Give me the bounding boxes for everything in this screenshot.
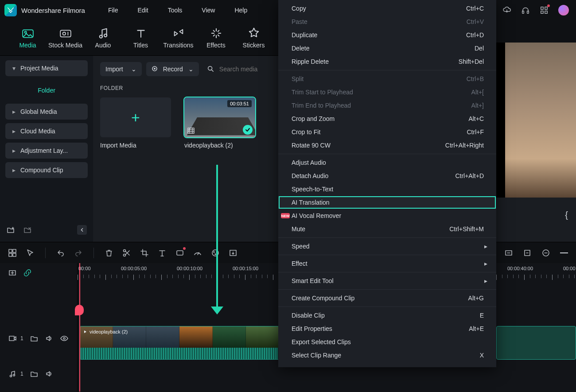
menu-view[interactable]: View	[192, 4, 225, 16]
ctx-paste[interactable]: PasteCtrl+V	[278, 15, 496, 28]
ctx-ai-vocal-remover[interactable]: NEWAI Vocal Remover	[278, 209, 496, 222]
ctx-mute[interactable]: MuteCtrl+Shift+M	[278, 222, 496, 236]
ctx-create-compound-clip[interactable]: Create Compound ClipAlt+G	[278, 291, 496, 305]
apps-grid-icon[interactable]	[540, 6, 549, 15]
ctx-item-label: Detach Audio	[292, 172, 328, 179]
text-icon[interactable]	[158, 248, 167, 257]
ctx-edit-properties[interactable]: Edit PropertiesAlt+E	[278, 322, 496, 335]
ctx-crop-to-fit[interactable]: Crop to FitCtrl+F	[278, 125, 496, 139]
tab-transitions[interactable]: Transitions	[160, 27, 197, 49]
sidebar-item-global-media[interactable]: ▸Global Media	[5, 104, 88, 120]
ctx-ripple-delete[interactable]: Ripple DeleteShift+Del	[278, 55, 496, 68]
sidebar-item-adjustment-layer[interactable]: ▸Adjustment Lay...	[5, 143, 88, 159]
redo-icon[interactable]	[74, 248, 83, 257]
add-track-icon[interactable]	[8, 268, 17, 277]
menu-help[interactable]: Help	[225, 4, 257, 16]
marker-icon[interactable]	[523, 248, 532, 257]
ctx-effect[interactable]: Effect▸	[278, 257, 496, 270]
ctx-trim-start-to-playhead[interactable]: Trim Start to PlayheadAlt+[	[278, 85, 496, 99]
check-icon	[243, 125, 253, 135]
ctx-trim-end-to-playhead[interactable]: Trim End to PlayheadAlt+]	[278, 99, 496, 112]
ctx-delete[interactable]: DeleteDel	[278, 42, 496, 55]
folder-heading[interactable]: Folder	[5, 82, 88, 98]
ctx-item-label: Create Compound Clip	[292, 295, 354, 302]
svg-point-10	[99, 35, 102, 38]
ctx-detach-audio[interactable]: Detach AudioCtrl+Alt+D	[278, 169, 496, 182]
ctx-rotate-90-cw[interactable]: Rotate 90 CWCtrl+Alt+Right	[278, 139, 496, 152]
new-folder-icon[interactable]	[6, 225, 15, 234]
menu-file[interactable]: File	[98, 4, 128, 16]
ctx-speech-to-text[interactable]: Speech-to-Text	[278, 182, 496, 196]
zoom-out-icon[interactable]	[541, 248, 550, 257]
ctx-item-label: Split	[292, 75, 304, 82]
export-frame-icon[interactable]	[229, 248, 237, 257]
menu-edit[interactable]: Edit	[128, 4, 158, 16]
sidebar-item-cloud-media[interactable]: ▸Cloud Media	[5, 123, 88, 139]
ctx-split[interactable]: SplitCtrl+B	[278, 72, 496, 85]
ctx-shortcut: Alt+G	[468, 295, 484, 302]
ctx-select-clip-range[interactable]: Select Clip RangeX	[278, 349, 496, 362]
import-media-tile[interactable]: + Import Media	[100, 97, 171, 149]
ctx-duplicate[interactable]: DuplicateCtrl+D	[278, 28, 496, 42]
ctx-disable-clip[interactable]: Disable ClipE	[278, 309, 496, 322]
ruler-label: 00:00:05:00	[121, 266, 147, 271]
timeline-clip[interactable]	[496, 326, 576, 360]
eye-icon[interactable]	[60, 334, 69, 343]
tab-stickers[interactable]: Stickers	[235, 27, 272, 49]
crop-icon[interactable]	[140, 248, 149, 257]
folder-icon[interactable]	[30, 369, 39, 378]
crop-fit-icon[interactable]	[175, 248, 184, 257]
track-count: 1	[20, 371, 23, 377]
ctx-export-selected-clips[interactable]: Export Selected Clips	[278, 335, 496, 349]
tab-audio[interactable]: Audio	[84, 27, 122, 49]
ctx-speed[interactable]: Speed▸	[278, 240, 496, 253]
project-media-button[interactable]: ▾ Project Media	[5, 60, 88, 76]
tab-titles[interactable]: Titles	[122, 27, 160, 49]
playhead[interactable]	[79, 263, 80, 392]
audio-track[interactable]	[78, 367, 576, 385]
ctx-ai-translation[interactable]: AI Translation	[278, 196, 496, 209]
ctx-shortcut: Alt+C	[468, 115, 484, 122]
undo-icon[interactable]	[56, 248, 65, 257]
mute-icon[interactable]	[45, 369, 54, 378]
chevron-right-icon: ▸	[12, 128, 16, 135]
link-icon[interactable]	[23, 268, 32, 277]
user-avatar[interactable]	[558, 5, 569, 16]
headphones-icon[interactable]	[521, 6, 530, 15]
split-icon[interactable]	[122, 248, 131, 257]
cursor-icon[interactable]	[26, 248, 35, 257]
ctx-adjust-audio[interactable]: Adjust Audio	[278, 156, 496, 169]
chevron-down-icon: ⌄	[188, 66, 194, 73]
timeline-clip[interactable]: videoplayback (2)	[79, 326, 280, 360]
media-clip-tile[interactable]: 00:03:51 videoplayback (2)	[184, 97, 255, 149]
sidebar-item-compound-clip[interactable]: ▸Compound Clip	[5, 162, 88, 178]
zoom-slider[interactable]	[560, 252, 568, 253]
plus-icon: +	[131, 109, 140, 126]
tab-label: Media	[19, 42, 36, 49]
ctx-item-label: Speech-to-Text	[292, 186, 333, 193]
record-dropdown[interactable]: Record ⌄	[146, 62, 199, 76]
ruler-label: 00:00:15:00	[233, 266, 258, 271]
speed-icon[interactable]	[193, 248, 202, 257]
folder-icon[interactable]	[30, 334, 39, 343]
delete-icon[interactable]	[105, 248, 113, 257]
svg-rect-17	[13, 249, 16, 252]
ctx-crop-and-zoom[interactable]: Crop and ZoomAlt+C	[278, 112, 496, 125]
layout-icon[interactable]	[8, 248, 17, 257]
tab-stock-media[interactable]: Stock Media	[47, 27, 84, 49]
ctx-smart-edit-tool[interactable]: Smart Edit Tool▸	[278, 274, 496, 287]
cloud-download-icon[interactable]	[502, 6, 511, 15]
svg-rect-0	[522, 11, 524, 13]
import-dropdown[interactable]: Import ⌄	[100, 62, 142, 76]
tab-effects[interactable]: Effects	[197, 27, 235, 49]
fit-icon[interactable]	[504, 248, 513, 257]
menu-tools[interactable]: Tools	[158, 4, 192, 16]
delete-folder-icon[interactable]	[23, 225, 32, 234]
mute-icon[interactable]	[45, 334, 54, 343]
app-logo	[4, 4, 17, 16]
tab-label: Audio	[95, 42, 111, 49]
ctx-copy[interactable]: CopyCtrl+C	[278, 2, 496, 15]
tab-media[interactable]: Media	[9, 27, 47, 49]
collapse-sidebar-button[interactable]	[77, 225, 87, 235]
color-icon[interactable]	[211, 248, 220, 257]
